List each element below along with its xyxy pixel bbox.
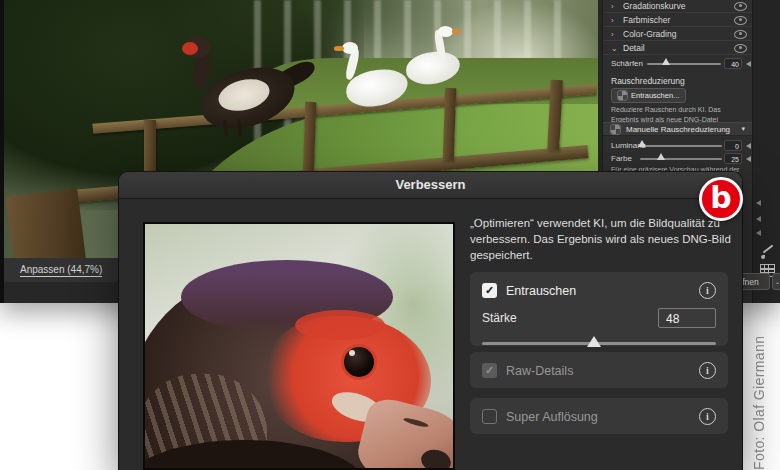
luminanz-slider-row: Luminanz 0 [603,139,752,152]
schaerfen-slider-row: Schärfen 40 [603,57,752,70]
rauschreduzierung-title: Rauschreduzierung [611,76,685,86]
manual-noise-reduction-header[interactable]: Manuelle Rauschreduzierung ▾ [603,122,752,136]
zoom-fit-button[interactable]: Anpassen (44,7%) [20,264,102,277]
schaerfen-slider[interactable] [647,63,721,65]
entrauschen-label: Entrauschen [506,284,690,298]
raw-details-checkbox[interactable]: ✓ [482,363,497,378]
stepper-left-icon[interactable] [756,216,761,222]
muscovy-duck [172,28,312,148]
info-icon[interactable]: i [699,282,716,299]
panel-section-color-grading[interactable]: › Color-Grading [603,28,752,41]
slider-thumb[interactable] [638,140,646,147]
photo-credit: Foto: Olaf Giermann [751,287,773,470]
raw-details-card: ✓ Raw-Details i [470,352,728,388]
eye-icon[interactable] [734,16,747,25]
slider-thumb[interactable] [662,58,670,65]
dialog-title-bar[interactable]: Verbessern [119,172,742,199]
farbe-value[interactable]: 25 [724,153,742,164]
verbessern-dialog: Verbessern „Optimieren“ verwendet KI, um… [119,172,742,470]
eye-icon[interactable] [734,44,747,53]
entrauschen-checkbox[interactable]: ✓ [482,283,497,298]
stepper-left-icon[interactable] [756,200,761,206]
tool-strip [752,0,780,303]
stepper-left-icon[interactable] [746,61,751,67]
chevron-right-icon: › [611,16,618,25]
staerke-value-field[interactable]: 48 [658,308,716,328]
dialog-description: „Optimieren“ verwendet KI, um die Bildqu… [470,216,732,264]
chevron-right-icon: › [611,2,618,11]
farbe-slider[interactable] [640,158,722,160]
dropdown-icon: ▾ [741,125,745,133]
chevron-down-icon: ⌄ [611,44,618,53]
info-icon[interactable]: i [699,408,716,425]
chevron-down-icon: ⌄ [775,279,780,285]
denoise-icon [611,125,620,134]
chevron-right-icon: › [611,30,618,39]
entrauschen-button[interactable]: Entrauschen... [611,88,686,103]
white-goose [396,26,466,92]
slider-thumb[interactable] [587,336,601,347]
open-button-dropdown[interactable]: ⌄ [772,273,780,290]
luminanz-slider[interactable] [640,145,722,147]
super-resolution-card: Super Auflösung i [470,398,728,434]
panel-section-gradationskurve[interactable]: › Gradationskurve [603,0,752,13]
farbe-slider-row: Farbe 25 [603,152,752,165]
enhance-preview-image[interactable] [143,222,455,470]
eye-icon[interactable] [734,30,747,39]
luminanz-value[interactable]: 0 [724,140,742,151]
stepper-left-icon[interactable] [746,156,751,162]
magazine-badge: b [699,177,743,221]
slider-thumb[interactable] [657,153,665,160]
duck-eye [341,344,377,380]
eye-icon[interactable] [734,2,747,11]
panel-section-detail[interactable]: ⌄ Detail [603,42,752,55]
super-resolution-label: Super Auflösung [506,410,690,424]
staerke-slider[interactable] [482,342,716,345]
panel-section-farbmischer[interactable]: › Farbmischer [603,14,752,27]
staerke-label: Stärke [482,311,658,325]
super-resolution-checkbox[interactable] [482,409,497,424]
raw-details-label: Raw-Details [506,364,690,378]
fence-post-foreground [6,188,87,258]
brush-tool-icon[interactable] [760,246,774,260]
stepper-left-icon[interactable] [746,143,751,149]
denoise-icon [618,91,627,100]
schaerfen-value[interactable]: 40 [724,58,742,69]
entrauschen-card: ✓ Entrauschen i Stärke 48 [470,272,728,346]
magazine-figure: Anpassen (44,7%) 200% ⌄ › Gradationskurv… [0,0,780,470]
dialog-title: Verbessern [395,177,465,192]
info-icon[interactable]: i [699,362,716,379]
stepper-left-icon[interactable] [756,230,761,236]
